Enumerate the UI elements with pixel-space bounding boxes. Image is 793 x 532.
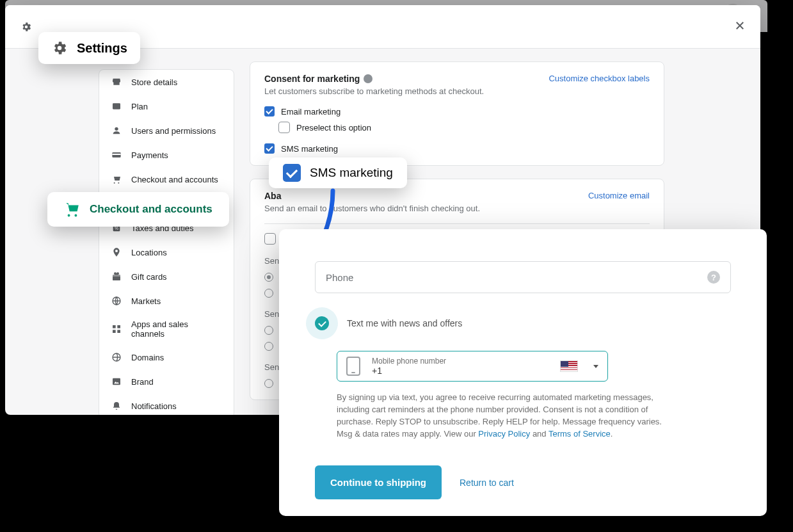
plan-icon (111, 101, 122, 112)
svg-rect-13 (113, 325, 116, 328)
gear-icon (20, 21, 32, 33)
svg-rect-7 (112, 154, 120, 155)
mobile-input-label: Mobile phone number (372, 357, 549, 366)
phone-placeholder: Phone (326, 272, 353, 283)
help-icon[interactable]: ? (707, 271, 720, 284)
sidebar-item-notifications[interactable]: Notifications (99, 394, 234, 415)
svg-rect-18 (113, 378, 120, 385)
checkbox-halo (306, 307, 338, 339)
sidebar-item-label: Notifications (131, 401, 177, 411)
abandoned-title-text: Aba (264, 191, 281, 201)
checkout-callout-label: Checkout and accounts (90, 203, 212, 216)
apps-icon (111, 323, 122, 335)
preselect-label: Preselect this option (296, 123, 371, 133)
sidebar-item-label: Apps and sales channels (131, 319, 222, 339)
cart-icon (64, 201, 81, 218)
consent-subtitle: Let customers subscribe to marketing met… (264, 86, 484, 96)
consent-title: Consent for marketing (264, 74, 484, 84)
sms-marketing-label: SMS marketing (281, 144, 338, 154)
sidebar-item-markets[interactable]: Markets (99, 289, 234, 313)
pin-icon (111, 246, 122, 258)
mobile-input-value: +1 (372, 366, 549, 376)
radio-selected-icon[interactable] (264, 273, 273, 282)
svg-rect-16 (117, 330, 120, 333)
email-marketing-checkbox-row[interactable]: Email marketing (264, 106, 650, 117)
abandoned-subtitle: Send an email to customers who didn't fi… (264, 204, 480, 213)
globe-icon (111, 295, 122, 307)
chevron-down-icon[interactable] (593, 365, 598, 368)
sidebar-item-payments[interactable]: Payments (99, 143, 234, 167)
sidebar-item-users[interactable]: Users and permissions (99, 118, 234, 143)
settings-callout-label: Settings (77, 41, 127, 56)
continue-to-shipping-button[interactable]: Continue to shipping (315, 465, 442, 499)
sidebar-item-label: Locations (131, 248, 167, 257)
customize-checkbox-labels-link[interactable]: Customize checkbox labels (549, 74, 650, 83)
bell-icon (111, 400, 122, 412)
sidebar-item-gift-cards[interactable]: Gift cards (99, 264, 234, 289)
phone-input[interactable]: Phone ? (315, 261, 731, 293)
text-me-label: Text me with news and offers (347, 318, 462, 328)
sidebar-item-label: Users and permissions (131, 126, 216, 136)
checkbox-checked-icon (283, 164, 301, 182)
sms-callout: SMS marketing (269, 157, 407, 188)
checkbox-empty-icon[interactable] (278, 122, 290, 133)
preselect-checkbox-row[interactable]: Preselect this option (278, 122, 650, 133)
sidebar-item-label: Store details (131, 77, 177, 87)
sidebar-item-locations[interactable]: Locations (99, 240, 234, 264)
checkbox-checked-icon[interactable] (315, 316, 329, 330)
email-marketing-label: Email marketing (281, 107, 340, 117)
sms-marketing-checkbox-row[interactable]: SMS marketing (264, 143, 650, 154)
sidebar-item-checkout[interactable]: Checkout and accounts (99, 167, 234, 191)
sms-callout-label: SMS marketing (310, 166, 393, 180)
settings-callout: Settings (38, 32, 140, 64)
checkbox-checked-icon[interactable] (264, 106, 275, 117)
cart-icon (111, 173, 122, 185)
user-icon (111, 125, 122, 136)
text-me-checkbox-row[interactable]: Text me with news and offers (315, 307, 731, 339)
sidebar-item-label: Checkout and accounts (131, 175, 218, 184)
sidebar-item-label: Markets (131, 296, 161, 306)
close-icon (734, 20, 746, 31)
sidebar-item-store-details[interactable]: Store details (99, 70, 234, 94)
settings-sidebar: Store details Plan Users and permissions… (99, 69, 234, 415)
image-icon (111, 376, 122, 387)
us-flag-icon[interactable] (560, 360, 578, 372)
consent-card: Consent for marketing Let customers subs… (250, 61, 664, 166)
terms-of-service-link[interactable]: Terms of Service (549, 429, 611, 439)
sidebar-item-label: Plan (131, 102, 148, 111)
globe-icon (111, 351, 122, 363)
checkout-callout: Checkout and accounts (47, 192, 229, 227)
sidebar-item-domains[interactable]: Domains (99, 345, 234, 369)
sidebar-item-label: Payments (131, 150, 168, 160)
gear-icon (51, 40, 68, 56)
store-icon (111, 76, 122, 88)
svg-rect-4 (113, 103, 120, 109)
customize-email-link[interactable]: Customize email (588, 191, 650, 200)
radio-empty-icon[interactable] (264, 342, 273, 351)
sidebar-item-label: Brand (131, 377, 154, 387)
mobile-number-input[interactable]: Mobile phone number +1 (337, 351, 608, 382)
sidebar-item-label: Gift cards (131, 272, 167, 282)
radio-empty-icon[interactable] (264, 289, 273, 298)
privacy-policy-link[interactable]: Privacy Policy (478, 429, 530, 439)
legal-period: . (611, 429, 613, 439)
svg-point-5 (115, 127, 118, 131)
sidebar-item-brand[interactable]: Brand (99, 369, 234, 394)
return-to-cart-link[interactable]: Return to cart (460, 478, 514, 488)
legal-text: By signing up via text, you agree to rec… (337, 392, 676, 440)
sidebar-item-apps[interactable]: Apps and sales channels (99, 313, 234, 345)
info-icon[interactable] (364, 74, 372, 83)
checkbox-checked-icon[interactable] (264, 143, 275, 154)
svg-rect-15 (113, 330, 116, 333)
gift-icon (111, 271, 122, 282)
card-icon (111, 149, 122, 161)
radio-empty-icon[interactable] (264, 379, 273, 388)
sidebar-item-plan[interactable]: Plan (99, 94, 234, 118)
svg-rect-11 (113, 275, 120, 277)
legal-and: and (533, 429, 549, 439)
action-row: Continue to shipping Return to cart (315, 465, 731, 499)
abandoned-title: Aba (264, 191, 480, 201)
checkbox-empty-icon[interactable] (264, 233, 276, 245)
close-button[interactable] (732, 18, 748, 33)
radio-empty-icon[interactable] (264, 326, 273, 335)
